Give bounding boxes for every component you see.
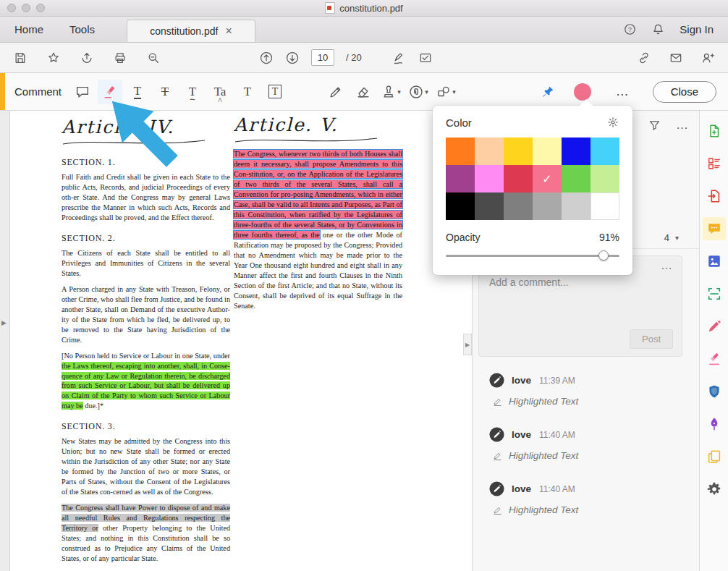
sticky-note-tool[interactable] — [70, 80, 95, 104]
add-user-icon[interactable] — [701, 51, 715, 65]
sign-in-button[interactable]: Sign In — [680, 23, 714, 35]
comment-toolbar-right: … Close — [541, 81, 728, 103]
comment-time: 11:40 AM — [539, 484, 575, 494]
comments-options-icon[interactable]: … — [676, 118, 689, 132]
highlight-annotation-icon — [492, 450, 503, 461]
share-upload-icon[interactable] — [80, 51, 94, 65]
highlight-tool[interactable] — [703, 347, 726, 371]
opacity-slider-handle[interactable] — [598, 250, 609, 261]
star-icon[interactable] — [46, 51, 61, 65]
certify-stamp-icon[interactable] — [418, 51, 433, 65]
color-swatch[interactable] — [533, 193, 562, 220]
stamp-tool[interactable]: ▾ — [378, 80, 403, 104]
opacity-slider[interactable] — [446, 250, 619, 261]
color-swatch[interactable] — [591, 165, 619, 193]
create-pdf-tool[interactable] — [703, 119, 726, 143]
comment-item[interactable]: love11:40 AMHighlighted Text — [480, 417, 692, 471]
color-swatch[interactable] — [475, 165, 504, 193]
comment-type-label: Highlighted Text — [509, 396, 578, 407]
attach-file-tool[interactable]: ▾ — [406, 80, 431, 104]
notifications-bell-icon[interactable] — [651, 22, 665, 36]
eraser-tool[interactable] — [351, 80, 376, 104]
close-window-button[interactable] — [7, 4, 16, 12]
page-number-input[interactable]: 10 — [311, 49, 334, 66]
document-paragraph: The Citizens of each State shall be enti… — [62, 248, 230, 279]
comment-header: love11:40 AM — [488, 481, 683, 497]
export-pdf-tool[interactable] — [703, 185, 726, 208]
email-icon[interactable] — [669, 51, 683, 65]
opacity-row: Opacity 91% — [446, 232, 619, 243]
commenter-avatar — [488, 372, 505, 389]
keep-tool-pin-icon[interactable] — [541, 85, 555, 99]
current-color-swatch[interactable] — [574, 83, 591, 101]
page-navigation-group: 10 / 20 — [259, 49, 433, 66]
color-swatch[interactable] — [446, 165, 475, 193]
fill-sign-tool[interactable] — [703, 413, 726, 436]
document-tab[interactable]: constitution.pdf × — [127, 20, 255, 42]
color-swatch[interactable] — [504, 193, 533, 220]
color-swatch[interactable] — [475, 193, 504, 220]
more-tools[interactable] — [703, 478, 726, 501]
comment-tool[interactable] — [703, 217, 726, 240]
drawing-shapes-tool[interactable]: ▾ — [433, 80, 458, 104]
tab-home[interactable]: Home — [1, 17, 56, 42]
comment-list: love11:39 AMHighlighted Textlove11:40 AM… — [473, 363, 699, 571]
comment-more-options-icon[interactable]: … — [616, 84, 630, 99]
combine-files-tool[interactable] — [703, 152, 726, 175]
comment-header: love11:40 AM — [488, 426, 683, 443]
color-settings-gear-icon[interactable] — [606, 116, 619, 129]
squiggly-underline-tool[interactable]: T — [180, 80, 205, 104]
close-tab-icon[interactable]: × — [225, 25, 232, 37]
highlighted-text-pink[interactable]: The Congress, whenever two thirds of bot… — [234, 150, 402, 239]
color-swatch[interactable] — [591, 138, 619, 165]
protect-tool[interactable] — [703, 380, 726, 403]
collapse-comments-panel-icon[interactable]: ▶ — [463, 334, 472, 355]
color-swatch[interactable] — [446, 138, 475, 165]
edit-pdf-tool[interactable] — [703, 250, 726, 273]
document-right-column: Article. V.The Congress, whenever two th… — [234, 114, 402, 317]
replace-text-tool[interactable]: Ta — [208, 80, 232, 104]
zoom-window-button[interactable] — [36, 4, 45, 12]
text-box-tool[interactable]: T — [263, 80, 287, 104]
color-swatch[interactable] — [504, 165, 533, 193]
close-comment-button[interactable]: Close — [653, 81, 716, 103]
color-swatch[interactable] — [562, 193, 591, 220]
filter-comments-icon[interactable] — [648, 119, 661, 132]
sign-tool[interactable] — [703, 315, 726, 338]
print-icon[interactable] — [113, 51, 127, 65]
next-page-icon[interactable] — [285, 51, 300, 65]
open-left-panel-icon[interactable]: ▶ — [1, 319, 7, 326]
comment-item[interactable]: love11:39 AMHighlighted Text — [480, 363, 692, 417]
color-swatch[interactable] — [446, 193, 475, 220]
scan-ocr-tool[interactable] — [703, 282, 726, 305]
underline-text-tool-glyph: T — [134, 85, 141, 99]
more-pages-tool[interactable] — [703, 445, 726, 468]
color-swatch[interactable] — [562, 165, 591, 193]
tab-tools[interactable]: Tools — [56, 17, 108, 42]
insert-text-tool[interactable]: T — [235, 80, 260, 104]
color-swatch[interactable]: ✓ — [533, 165, 562, 193]
save-icon[interactable] — [13, 51, 27, 65]
color-picker-popover: Color ✓ Opacity 91% — [433, 106, 632, 275]
document-page[interactable]: Article. IV.SECTION. 1.Full Faith and Cr… — [11, 111, 463, 571]
color-swatch[interactable] — [591, 193, 619, 220]
tools-rail — [699, 111, 728, 571]
add-comment-options-icon[interactable]: … — [661, 259, 673, 272]
document-text: Full Faith and Credit shall be given in … — [62, 173, 230, 221]
chevron-down-icon: ▾ — [452, 88, 456, 96]
color-swatch[interactable] — [533, 138, 562, 165]
zoom-out-icon[interactable] — [146, 51, 161, 65]
help-icon[interactable]: ? — [623, 22, 637, 36]
minimize-window-button[interactable] — [22, 4, 30, 12]
toolbar-left-group — [0, 51, 161, 65]
share-link-icon[interactable] — [637, 51, 651, 65]
post-button[interactable]: Post — [630, 329, 673, 349]
color-swatch[interactable] — [475, 138, 504, 165]
color-swatch[interactable] — [504, 138, 533, 165]
sign-pen-icon[interactable] — [392, 51, 407, 65]
previous-page-icon[interactable] — [259, 51, 274, 65]
pencil-draw-tool[interactable] — [323, 80, 348, 104]
opacity-slider-track — [446, 255, 619, 257]
color-swatch[interactable] — [562, 138, 591, 165]
comment-item[interactable]: love11:40 AMHighlighted Text — [480, 471, 692, 525]
